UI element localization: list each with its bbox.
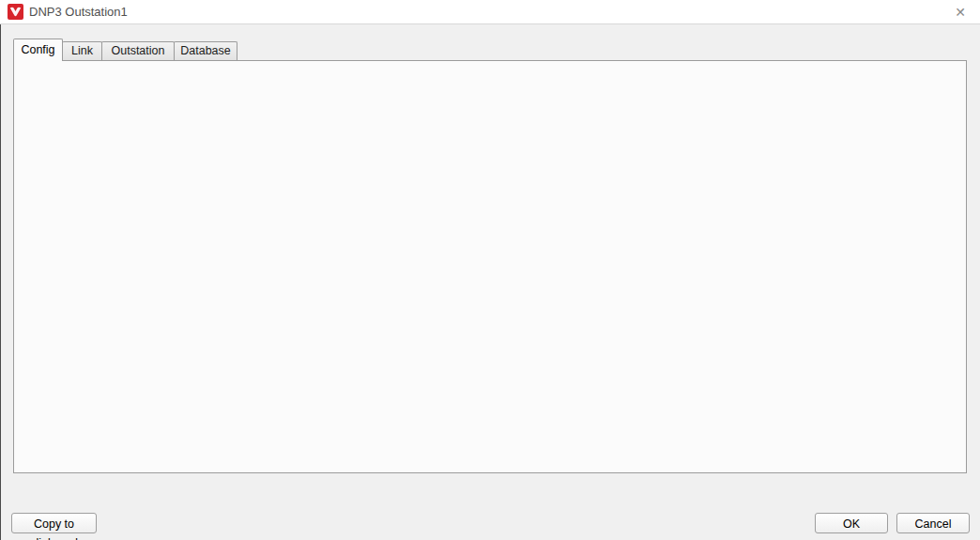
tab-outstation[interactable]: Outstation <box>101 41 175 61</box>
cancel-button[interactable]: Cancel <box>896 513 970 533</box>
app-logo-icon <box>8 4 23 20</box>
tab-link[interactable]: Link <box>62 41 102 61</box>
copy-to-clipboard-button[interactable]: Copy to clipboard <box>11 513 97 533</box>
titlebar: DNP3 Outstation1 ✕ <box>0 0 980 24</box>
tab-config[interactable]: Config <box>13 39 63 61</box>
close-icon[interactable]: ✕ <box>950 0 971 24</box>
tab-database[interactable]: Database <box>174 41 237 61</box>
window-title: DNP3 Outstation1 <box>29 0 128 24</box>
window-border <box>0 0 1 540</box>
dialog-window: DNP3 Outstation1 ✕ Config Link Outstatio… <box>0 0 980 540</box>
config-tab-panel <box>13 60 967 473</box>
ok-button[interactable]: OK <box>815 513 888 533</box>
